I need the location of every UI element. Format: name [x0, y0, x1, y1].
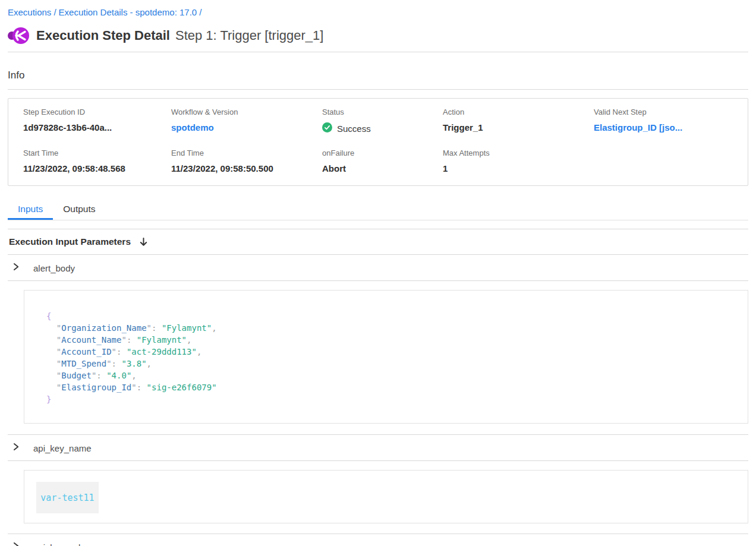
divider	[8, 52, 748, 52]
param-name: api_key_name	[33, 443, 92, 453]
field-end-time: End Time 11/23/2022, 09:58:50.500	[171, 149, 322, 173]
alert-body-json-box: { "Organization_Name": "Fylamynt", "Acco…	[24, 290, 748, 424]
field-label: Valid Next Step	[594, 108, 748, 116]
field-action: Action Trigger_1	[443, 108, 594, 134]
api-key-name-chip: var-test11	[36, 482, 99, 513]
field-value: 11/23/2022, 09:58:48.568	[23, 163, 171, 173]
page-title: Execution Step Detail	[36, 28, 170, 43]
tab-bar: Inputs Outputs	[8, 201, 748, 220]
breadcrumb-separator: /	[51, 7, 58, 17]
workflow-link[interactable]: spotdemo	[171, 122, 322, 132]
param-row-alert-body[interactable]: alert_body	[8, 255, 748, 281]
param-name: api_key_value	[33, 542, 90, 546]
breadcrumb-trailing-separator: /	[197, 7, 204, 17]
field-label: Status	[322, 108, 443, 116]
param-row-api-key-name[interactable]: api_key_name	[8, 435, 748, 461]
arrow-down-icon[interactable]	[139, 237, 148, 247]
info-card: Step Execution ID 1d97828c-13b6-40a... W…	[8, 98, 748, 186]
status-text: Success	[337, 124, 371, 134]
tab-outputs[interactable]: Outputs	[53, 201, 105, 220]
field-value: Trigger_1	[443, 122, 594, 132]
field-value: 1	[443, 163, 594, 173]
json-code: { "Organization_Name": "Fylamynt", "Acco…	[46, 310, 736, 405]
field-value: 11/23/2022, 09:58:50.500	[171, 163, 322, 173]
field-value: 1d97828c-13b6-40a...	[23, 122, 171, 132]
chevron-right-icon	[12, 542, 20, 546]
tab-inputs[interactable]: Inputs	[8, 201, 53, 220]
field-label: Workflow & Version	[171, 108, 322, 116]
execution-input-parameters-header: Execution Input Parameters	[8, 229, 748, 255]
api-key-name-value-box: var-test11	[24, 470, 748, 523]
fylamynt-logo-icon	[8, 26, 30, 45]
param-row-api-key-value[interactable]: api_key_value	[8, 534, 748, 546]
field-value: Abort	[322, 163, 443, 173]
field-label: Step Execution ID	[23, 108, 171, 116]
next-step-link[interactable]: Elastigroup_ID [jso...	[594, 122, 748, 132]
breadcrumb-execution-details[interactable]: Execution Details - spotdemo: 17.0	[59, 7, 197, 17]
status-badge: Success	[322, 122, 443, 134]
field-label: onFailure	[322, 149, 443, 157]
field-onfailure: onFailure Abort	[322, 149, 443, 173]
field-label: Max Attempts	[443, 149, 594, 157]
info-section-title: Info	[8, 70, 748, 81]
field-label: Start Time	[23, 149, 171, 157]
field-status: Status Success	[322, 108, 443, 134]
execution-input-parameters-label: Execution Input Parameters	[9, 236, 131, 247]
field-label: Action	[443, 108, 594, 116]
breadcrumb-executions[interactable]: Executions	[8, 7, 51, 17]
page-header: Execution Step Detail Step 1: Trigger [t…	[8, 26, 748, 45]
chevron-right-icon	[12, 443, 20, 453]
field-step-execution-id: Step Execution ID 1d97828c-13b6-40a...	[23, 108, 171, 134]
divider	[8, 89, 748, 90]
field-empty	[594, 149, 748, 173]
breadcrumb: Executions/Execution Details - spotdemo:…	[8, 0, 748, 17]
page-subtitle: Step 1: Trigger [trigger_1]	[175, 28, 323, 43]
param-name: alert_body	[33, 263, 75, 273]
field-valid-next-step: Valid Next Step Elastigroup_ID [jso...	[594, 108, 748, 134]
field-start-time: Start Time 11/23/2022, 09:58:48.568	[23, 149, 171, 173]
info-card-grid: Step Execution ID 1d97828c-13b6-40a... W…	[23, 108, 748, 173]
field-workflow-version: Workflow & Version spotdemo	[171, 108, 322, 134]
field-label: End Time	[171, 149, 322, 157]
field-max-attempts: Max Attempts 1	[443, 149, 594, 173]
chevron-right-icon	[12, 263, 20, 273]
page: Executions/Execution Details - spotdemo:…	[0, 0, 756, 546]
success-check-icon	[322, 122, 332, 134]
